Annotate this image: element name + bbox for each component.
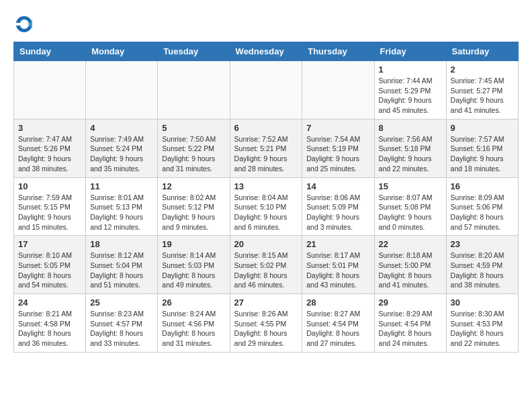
day-info: Sunrise: 8:24 AM Sunset: 4:56 PM Dayligh… bbox=[162, 309, 225, 349]
calendar-day-cell: 11Sunrise: 8:01 AM Sunset: 5:13 PM Dayli… bbox=[86, 177, 158, 236]
calendar-day-cell: 8Sunrise: 7:56 AM Sunset: 5:18 PM Daylig… bbox=[374, 119, 446, 177]
day-info: Sunrise: 8:18 AM Sunset: 5:00 PM Dayligh… bbox=[379, 250, 442, 290]
day-number: 15 bbox=[379, 181, 442, 191]
calendar-week-row: 3Sunrise: 7:47 AM Sunset: 5:26 PM Daylig… bbox=[14, 119, 519, 177]
day-info: Sunrise: 8:23 AM Sunset: 4:57 PM Dayligh… bbox=[90, 309, 153, 349]
calendar-table: SundayMondayTuesdayWednesdayThursdayFrid… bbox=[13, 42, 519, 353]
calendar-day-cell: 28Sunrise: 8:27 AM Sunset: 4:54 PM Dayli… bbox=[302, 294, 374, 353]
calendar-header-cell: Monday bbox=[86, 42, 158, 61]
day-number: 20 bbox=[234, 239, 298, 249]
calendar-day-cell bbox=[158, 61, 230, 120]
calendar-header-cell: Sunday bbox=[14, 42, 86, 61]
day-number: 23 bbox=[451, 239, 514, 249]
day-number: 27 bbox=[234, 298, 298, 308]
day-number: 12 bbox=[162, 181, 225, 191]
calendar-day-cell: 21Sunrise: 8:17 AM Sunset: 5:01 PM Dayli… bbox=[302, 236, 374, 294]
calendar-day-cell: 5Sunrise: 7:50 AM Sunset: 5:22 PM Daylig… bbox=[158, 119, 230, 177]
calendar-header-cell: Wednesday bbox=[230, 42, 302, 61]
day-number: 26 bbox=[162, 298, 225, 308]
calendar-header-row: SundayMondayTuesdayWednesdayThursdayFrid… bbox=[14, 42, 519, 61]
day-info: Sunrise: 7:45 AM Sunset: 5:27 PM Dayligh… bbox=[451, 76, 514, 116]
day-number: 1 bbox=[379, 64, 442, 75]
day-info: Sunrise: 8:14 AM Sunset: 5:03 PM Dayligh… bbox=[162, 250, 225, 290]
day-number: 22 bbox=[379, 239, 442, 249]
day-info: Sunrise: 7:56 AM Sunset: 5:18 PM Dayligh… bbox=[379, 134, 442, 174]
calendar-day-cell: 18Sunrise: 8:12 AM Sunset: 5:04 PM Dayli… bbox=[86, 236, 158, 294]
logo-icon bbox=[13, 13, 35, 35]
day-number: 2 bbox=[451, 64, 514, 75]
calendar-day-cell: 6Sunrise: 7:52 AM Sunset: 5:21 PM Daylig… bbox=[230, 119, 302, 177]
day-number: 25 bbox=[90, 298, 153, 308]
calendar-day-cell: 24Sunrise: 8:21 AM Sunset: 4:58 PM Dayli… bbox=[14, 294, 86, 353]
day-number: 16 bbox=[451, 181, 514, 191]
calendar-day-cell: 13Sunrise: 8:04 AM Sunset: 5:10 PM Dayli… bbox=[230, 177, 302, 236]
calendar-day-cell: 7Sunrise: 7:54 AM Sunset: 5:19 PM Daylig… bbox=[302, 119, 374, 177]
day-info: Sunrise: 8:30 AM Sunset: 4:53 PM Dayligh… bbox=[451, 309, 514, 349]
calendar-day-cell: 15Sunrise: 8:07 AM Sunset: 5:08 PM Dayli… bbox=[374, 177, 446, 236]
day-number: 9 bbox=[451, 123, 514, 133]
calendar-day-cell bbox=[302, 61, 374, 120]
day-number: 10 bbox=[18, 181, 81, 191]
day-info: Sunrise: 7:59 AM Sunset: 5:15 PM Dayligh… bbox=[18, 193, 81, 232]
day-info: Sunrise: 8:29 AM Sunset: 4:54 PM Dayligh… bbox=[379, 309, 442, 349]
day-info: Sunrise: 8:10 AM Sunset: 5:05 PM Dayligh… bbox=[18, 250, 81, 290]
day-info: Sunrise: 8:20 AM Sunset: 4:59 PM Dayligh… bbox=[451, 250, 514, 290]
day-info: Sunrise: 8:01 AM Sunset: 5:13 PM Dayligh… bbox=[90, 193, 153, 232]
calendar-day-cell: 10Sunrise: 7:59 AM Sunset: 5:15 PM Dayli… bbox=[14, 177, 86, 236]
calendar-day-cell: 12Sunrise: 8:02 AM Sunset: 5:12 PM Dayli… bbox=[158, 177, 230, 236]
calendar-day-cell: 23Sunrise: 8:20 AM Sunset: 4:59 PM Dayli… bbox=[446, 236, 518, 294]
calendar-day-cell: 22Sunrise: 8:18 AM Sunset: 5:00 PM Dayli… bbox=[374, 236, 446, 294]
calendar-header-cell: Tuesday bbox=[158, 42, 230, 61]
day-info: Sunrise: 7:49 AM Sunset: 5:24 PM Dayligh… bbox=[90, 134, 153, 174]
day-info: Sunrise: 8:12 AM Sunset: 5:04 PM Dayligh… bbox=[90, 250, 153, 290]
day-info: Sunrise: 7:44 AM Sunset: 5:29 PM Dayligh… bbox=[379, 76, 442, 116]
calendar-week-row: 1Sunrise: 7:44 AM Sunset: 5:29 PM Daylig… bbox=[14, 61, 519, 120]
day-number: 29 bbox=[379, 298, 442, 308]
calendar-day-cell: 26Sunrise: 8:24 AM Sunset: 4:56 PM Dayli… bbox=[158, 294, 230, 353]
day-number: 5 bbox=[162, 123, 225, 133]
day-number: 18 bbox=[90, 239, 153, 249]
day-info: Sunrise: 7:54 AM Sunset: 5:19 PM Dayligh… bbox=[306, 134, 369, 174]
page-header bbox=[13, 13, 519, 35]
calendar-day-cell: 1Sunrise: 7:44 AM Sunset: 5:29 PM Daylig… bbox=[374, 61, 446, 120]
day-info: Sunrise: 8:02 AM Sunset: 5:12 PM Dayligh… bbox=[162, 193, 225, 232]
day-info: Sunrise: 8:06 AM Sunset: 5:09 PM Dayligh… bbox=[306, 193, 369, 232]
calendar-day-cell: 30Sunrise: 8:30 AM Sunset: 4:53 PM Dayli… bbox=[446, 294, 518, 353]
day-number: 19 bbox=[162, 239, 225, 249]
calendar-day-cell: 29Sunrise: 8:29 AM Sunset: 4:54 PM Dayli… bbox=[374, 294, 446, 353]
calendar-day-cell: 2Sunrise: 7:45 AM Sunset: 5:27 PM Daylig… bbox=[446, 61, 518, 120]
day-info: Sunrise: 8:04 AM Sunset: 5:10 PM Dayligh… bbox=[234, 193, 298, 232]
day-number: 24 bbox=[18, 298, 81, 308]
day-number: 6 bbox=[234, 123, 298, 133]
calendar-day-cell bbox=[86, 61, 158, 120]
day-info: Sunrise: 8:17 AM Sunset: 5:01 PM Dayligh… bbox=[306, 250, 369, 290]
day-number: 14 bbox=[306, 181, 369, 191]
calendar-header-cell: Friday bbox=[374, 42, 446, 61]
day-number: 11 bbox=[90, 181, 153, 191]
day-number: 21 bbox=[306, 239, 369, 249]
calendar-day-cell: 16Sunrise: 8:09 AM Sunset: 5:06 PM Dayli… bbox=[446, 177, 518, 236]
day-info: Sunrise: 7:50 AM Sunset: 5:22 PM Dayligh… bbox=[162, 134, 225, 174]
day-number: 30 bbox=[451, 298, 514, 308]
day-info: Sunrise: 8:09 AM Sunset: 5:06 PM Dayligh… bbox=[451, 193, 514, 232]
day-number: 13 bbox=[234, 181, 298, 191]
day-number: 8 bbox=[379, 123, 442, 133]
day-info: Sunrise: 8:21 AM Sunset: 4:58 PM Dayligh… bbox=[18, 309, 81, 349]
day-info: Sunrise: 8:07 AM Sunset: 5:08 PM Dayligh… bbox=[379, 193, 442, 232]
calendar-day-cell: 20Sunrise: 8:15 AM Sunset: 5:02 PM Dayli… bbox=[230, 236, 302, 294]
calendar-body: 1Sunrise: 7:44 AM Sunset: 5:29 PM Daylig… bbox=[14, 61, 519, 353]
day-number: 17 bbox=[18, 239, 81, 249]
day-number: 4 bbox=[90, 123, 153, 133]
calendar-week-row: 10Sunrise: 7:59 AM Sunset: 5:15 PM Dayli… bbox=[14, 177, 519, 236]
day-info: Sunrise: 7:47 AM Sunset: 5:26 PM Dayligh… bbox=[18, 134, 81, 174]
calendar-day-cell: 14Sunrise: 8:06 AM Sunset: 5:09 PM Dayli… bbox=[302, 177, 374, 236]
calendar-week-row: 24Sunrise: 8:21 AM Sunset: 4:58 PM Dayli… bbox=[14, 294, 519, 353]
calendar-day-cell bbox=[14, 61, 86, 120]
calendar-day-cell: 19Sunrise: 8:14 AM Sunset: 5:03 PM Dayli… bbox=[158, 236, 230, 294]
day-info: Sunrise: 8:26 AM Sunset: 4:55 PM Dayligh… bbox=[234, 309, 298, 349]
day-info: Sunrise: 8:15 AM Sunset: 5:02 PM Dayligh… bbox=[234, 250, 298, 290]
day-info: Sunrise: 7:52 AM Sunset: 5:21 PM Dayligh… bbox=[234, 134, 298, 174]
calendar-week-row: 17Sunrise: 8:10 AM Sunset: 5:05 PM Dayli… bbox=[14, 236, 519, 294]
calendar-day-cell: 9Sunrise: 7:57 AM Sunset: 5:16 PM Daylig… bbox=[446, 119, 518, 177]
calendar-day-cell: 4Sunrise: 7:49 AM Sunset: 5:24 PM Daylig… bbox=[86, 119, 158, 177]
